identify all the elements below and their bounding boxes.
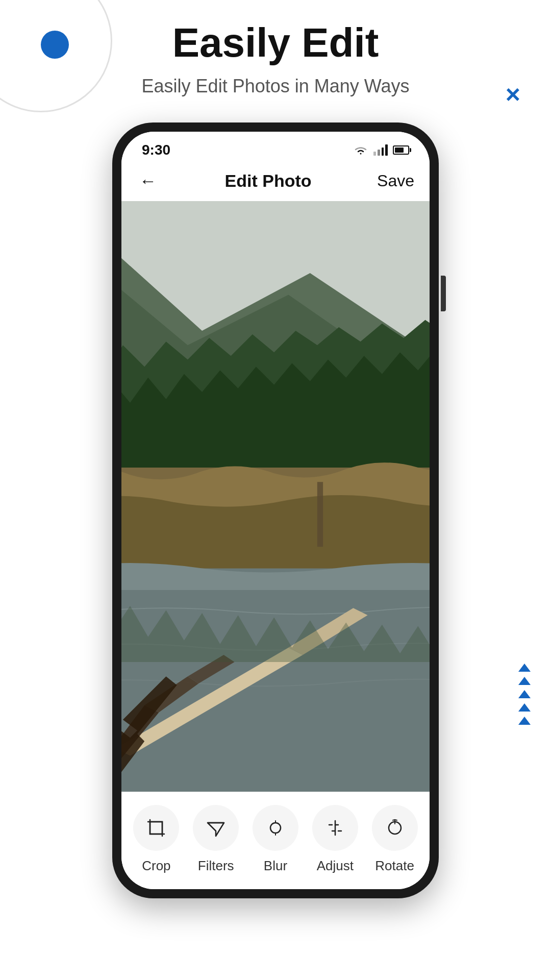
photo-scene: [121, 201, 430, 792]
tool-adjust[interactable]: Adjust: [310, 805, 361, 874]
tool-rotate[interactable]: Rotate: [369, 805, 420, 874]
crop-icon: [145, 817, 167, 839]
wifi-icon: [353, 144, 368, 156]
svg-rect-3: [317, 482, 323, 547]
rotate-icon: [384, 817, 406, 839]
svg-point-5: [270, 823, 281, 833]
close-button[interactable]: ×: [506, 82, 520, 107]
scroll-arrows: [518, 664, 531, 725]
crop-icon-wrap: [133, 805, 179, 851]
save-button[interactable]: Save: [377, 172, 414, 190]
svg-rect-4: [150, 822, 162, 834]
arrow-icon-1: [518, 664, 531, 672]
phone-mockup: 9:30: [112, 122, 439, 898]
bottom-toolbar: Crop Filters: [121, 792, 430, 889]
status-time: 9:30: [142, 142, 170, 158]
filters-label: Filters: [198, 858, 234, 874]
signal-icon: [373, 144, 388, 156]
adjust-label: Adjust: [317, 858, 354, 874]
tool-filters[interactable]: Filters: [190, 805, 241, 874]
blur-label: Blur: [264, 858, 287, 874]
status-icons: [353, 144, 409, 156]
rotate-icon-wrap: [372, 805, 418, 851]
adjust-icon-wrap: [312, 805, 358, 851]
blur-icon-wrap: [253, 805, 298, 851]
blur-icon: [264, 817, 287, 839]
filters-icon: [205, 817, 227, 839]
tool-crop[interactable]: Crop: [131, 805, 182, 874]
phone-wrapper: 9:30: [0, 107, 551, 898]
arrow-icon-5: [518, 717, 531, 725]
photo-area: [121, 201, 430, 792]
app-bar: ← Edit Photo Save: [121, 163, 430, 201]
phone-screen: 9:30: [121, 132, 430, 889]
arrow-icon-3: [518, 690, 531, 698]
status-bar: 9:30: [121, 132, 430, 163]
arrow-icon-2: [518, 677, 531, 685]
arrow-icon-4: [518, 703, 531, 712]
battery-icon: [393, 145, 409, 155]
filters-icon-wrap: [193, 805, 239, 851]
adjust-icon: [324, 817, 346, 839]
tool-blur[interactable]: Blur: [250, 805, 301, 874]
crop-label: Crop: [142, 858, 170, 874]
app-bar-title: Edit Photo: [225, 171, 312, 191]
back-button[interactable]: ←: [137, 168, 159, 193]
rotate-label: Rotate: [375, 858, 414, 874]
decorative-dot: [41, 31, 69, 59]
